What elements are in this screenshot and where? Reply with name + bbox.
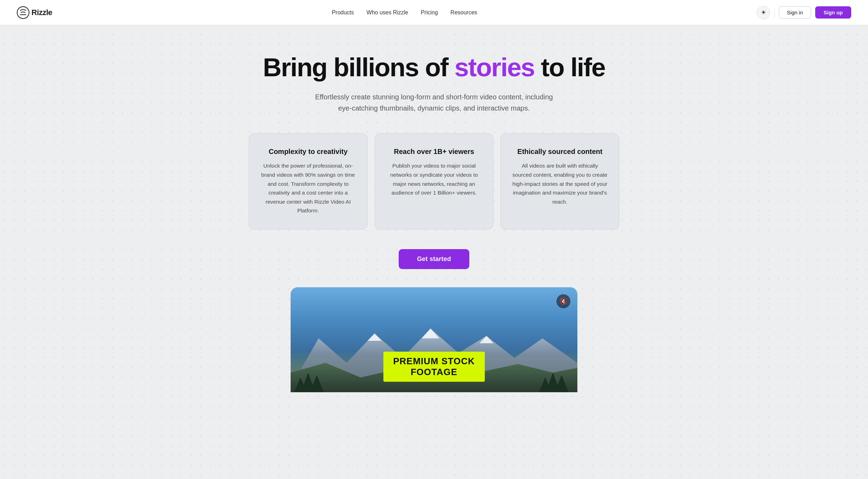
card-complexity: Complexity to creativity Unlock the powe… [249, 133, 368, 229]
hero-title-highlight: stories [455, 53, 535, 82]
logo[interactable]: Rizzle [17, 6, 52, 19]
nav-links: Products Who uses Rizzle Pricing Resourc… [332, 9, 477, 16]
video-label: PREMIUM STOCK FOOTAGE [383, 352, 485, 382]
nav-products[interactable]: Products [332, 9, 354, 15]
theme-toggle-button[interactable]: ☀ [757, 6, 770, 19]
mute-icon: 🔇 [560, 297, 567, 305]
navbar: Rizzle Products Who uses Rizzle Pricing … [0, 0, 868, 25]
card-complexity-title: Complexity to creativity [260, 148, 356, 156]
get-started-button[interactable]: Get started [399, 249, 469, 269]
svg-marker-2 [368, 333, 382, 341]
card-complexity-body: Unlock the power of professional, on-bra… [260, 161, 356, 215]
card-ethical: Ethically sourced content All videos are… [500, 133, 619, 229]
card-reach-body: Publish your videos to major social netw… [386, 161, 482, 197]
mute-button[interactable]: 🔇 [556, 294, 570, 308]
logo-text: Rizzle [31, 8, 52, 17]
nav-resources[interactable]: Resources [450, 9, 477, 15]
signin-button[interactable]: Sign in [779, 6, 811, 19]
card-ethical-body: All videos are built with ethically sour… [512, 161, 608, 206]
svg-point-0 [17, 7, 29, 19]
feature-cards: Complexity to creativity Unlock the powe… [242, 133, 626, 229]
hero-section: Bring billions of stories to life Effort… [0, 25, 868, 413]
hero-title-prefix: Bring billions of [263, 53, 455, 82]
hero-subtitle: Effortlessly create stunning long-form a… [308, 91, 560, 114]
svg-marker-3 [422, 329, 439, 338]
nav-who-uses[interactable]: Who uses Rizzle [367, 9, 408, 15]
cta-section: Get started [7, 249, 861, 269]
nav-right: ☀ Sign in Sign up [757, 6, 851, 19]
video-preview: PREMIUM STOCK FOOTAGE 🔇 [291, 287, 577, 392]
video-label-line1: PREMIUM STOCK [393, 356, 475, 366]
hero-title-suffix: to life [534, 53, 605, 82]
video-placeholder: PREMIUM STOCK FOOTAGE 🔇 [291, 287, 577, 392]
video-label-line2: FOOTAGE [411, 367, 457, 377]
nav-divider [774, 8, 775, 17]
card-reach-title: Reach over 1B+ viewers [386, 148, 482, 156]
signup-button[interactable]: Sign up [815, 6, 851, 19]
hero-title: Bring billions of stories to life [7, 53, 861, 82]
sun-icon: ☀ [761, 9, 766, 16]
card-reach: Reach over 1B+ viewers Publish your vide… [375, 133, 493, 229]
card-ethical-title: Ethically sourced content [512, 148, 608, 156]
nav-pricing[interactable]: Pricing [421, 9, 438, 15]
